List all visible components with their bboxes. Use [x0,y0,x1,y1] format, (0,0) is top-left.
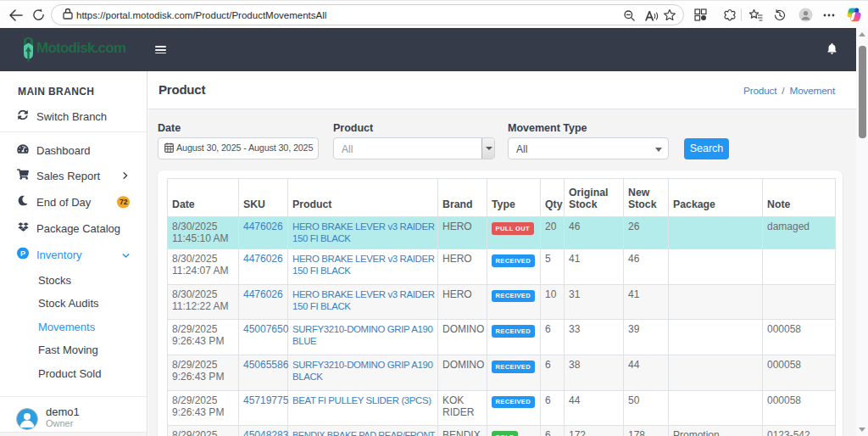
svg-text:P: P [20,249,25,258]
